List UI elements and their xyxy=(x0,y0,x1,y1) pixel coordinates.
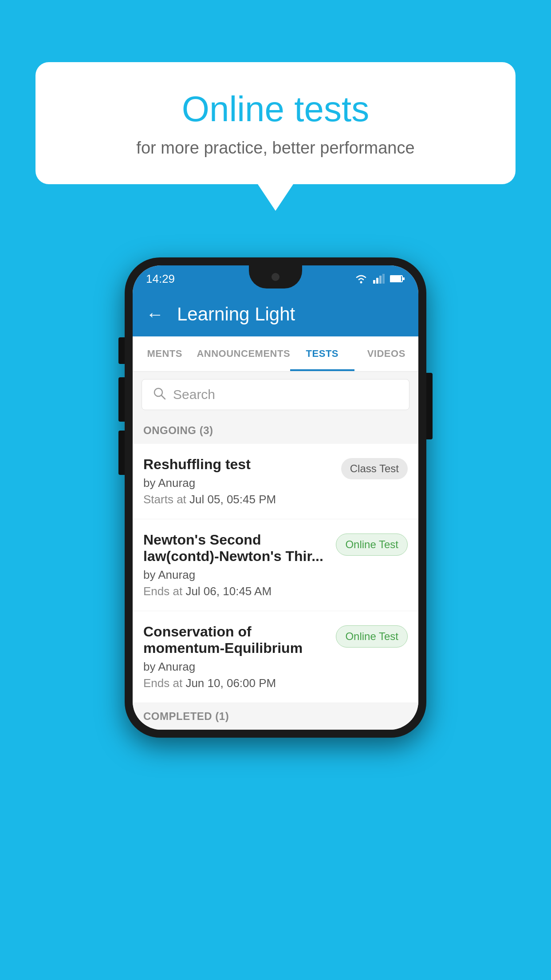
test-time-1: Starts at Jul 05, 05:45 PM xyxy=(143,493,334,506)
speech-bubble-container: Online tests for more practice, better p… xyxy=(35,62,516,211)
search-box[interactable]: Search xyxy=(142,379,409,410)
search-icon xyxy=(153,387,166,403)
test-time-label-3: Ends at xyxy=(143,676,182,690)
test-title-3: Conservation of momentum-Equilibrium xyxy=(143,624,329,656)
test-info-1: Reshuffling test by Anurag Starts at Jul… xyxy=(143,456,334,506)
test-author-1: by Anurag xyxy=(143,476,334,490)
test-time-3: Ends at Jun 10, 06:00 PM xyxy=(143,676,329,690)
signal-icon xyxy=(373,274,385,284)
phone-wrapper: 14:29 xyxy=(125,257,426,738)
svg-rect-6 xyxy=(390,276,401,281)
back-button[interactable]: ← xyxy=(146,304,164,324)
test-time-label-1: Starts at xyxy=(143,493,186,506)
test-title-2: Newton's Second law(contd)-Newton's Thir… xyxy=(143,532,329,565)
battery-icon xyxy=(390,275,405,283)
test-author-3: by Anurag xyxy=(143,660,329,674)
test-time-value-1: Jul 05, 05:45 PM xyxy=(189,493,276,506)
wifi-icon xyxy=(354,274,368,284)
svg-rect-7 xyxy=(403,277,405,280)
app-bar: ← Learning Light xyxy=(133,292,418,336)
ongoing-section-header: ONGOING (3) xyxy=(133,417,418,444)
status-bar: 14:29 xyxy=(133,265,418,292)
test-time-2: Ends at Jul 06, 10:45 AM xyxy=(143,585,329,598)
search-container: Search xyxy=(133,372,418,417)
front-camera xyxy=(272,273,279,281)
test-item-1[interactable]: Reshuffling test by Anurag Starts at Jul… xyxy=(133,444,418,519)
test-badge-2: Online Test xyxy=(336,533,408,556)
phone-outer: 14:29 xyxy=(125,257,426,738)
test-time-value-3: Jun 10, 06:00 PM xyxy=(185,676,276,690)
phone-screen: 14:29 xyxy=(133,265,418,730)
test-item-3[interactable]: Conservation of momentum-Equilibrium by … xyxy=(133,611,418,703)
svg-point-0 xyxy=(360,281,362,284)
tab-bar: MENTS ANNOUNCEMENTS TESTS VIDEOS xyxy=(133,336,418,372)
svg-rect-2 xyxy=(376,278,378,284)
tab-assignments[interactable]: MENTS xyxy=(133,336,197,371)
test-time-value-2: Jul 06, 10:45 AM xyxy=(185,585,272,598)
search-input-placeholder: Search xyxy=(173,387,215,402)
speech-bubble-title: Online tests xyxy=(71,89,480,130)
tab-announcements[interactable]: ANNOUNCEMENTS xyxy=(197,336,290,371)
svg-rect-1 xyxy=(373,280,375,284)
phone-side-button-volume-up[interactable] xyxy=(118,377,125,422)
test-badge-1: Class Test xyxy=(341,458,408,479)
speech-bubble-subtitle: for more practice, better performance xyxy=(71,138,480,158)
status-time: 14:29 xyxy=(146,272,175,286)
test-time-label-2: Ends at xyxy=(143,585,182,598)
test-list: Reshuffling test by Anurag Starts at Jul… xyxy=(133,444,418,703)
svg-rect-3 xyxy=(379,276,382,284)
svg-rect-4 xyxy=(382,274,385,284)
phone-side-button-volume-down[interactable] xyxy=(118,431,125,475)
tab-videos[interactable]: VIDEOS xyxy=(354,336,418,371)
speech-bubble: Online tests for more practice, better p… xyxy=(35,62,516,184)
completed-section-header: COMPLETED (1) xyxy=(133,703,418,730)
tab-tests[interactable]: TESTS xyxy=(290,336,354,371)
test-title-1: Reshuffling test xyxy=(143,456,334,473)
test-info-3: Conservation of momentum-Equilibrium by … xyxy=(143,624,329,690)
app-bar-title: Learning Light xyxy=(177,304,295,325)
speech-bubble-arrow xyxy=(258,184,293,211)
status-icons xyxy=(354,274,405,284)
phone-side-button-volume-silent xyxy=(118,337,125,364)
test-author-2: by Anurag xyxy=(143,568,329,582)
svg-line-9 xyxy=(161,395,165,399)
test-info-2: Newton's Second law(contd)-Newton's Thir… xyxy=(143,532,329,598)
phone-side-button-power[interactable] xyxy=(426,373,433,439)
notch xyxy=(249,265,302,288)
test-badge-3: Online Test xyxy=(336,625,408,648)
test-item-2[interactable]: Newton's Second law(contd)-Newton's Thir… xyxy=(133,519,418,611)
